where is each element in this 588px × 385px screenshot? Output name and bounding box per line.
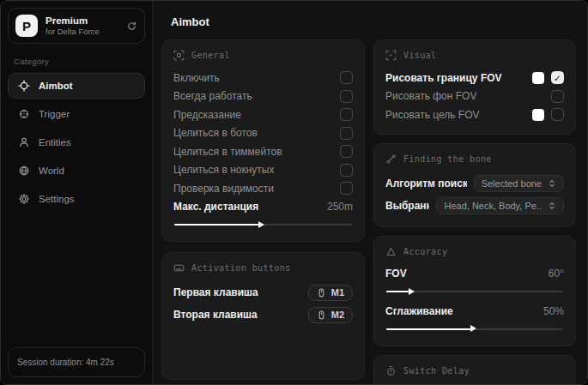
fov-value: 60° [549,268,564,280]
panel-title: Accuracy [403,247,447,256]
sidebar-item-label: Settings [39,194,75,204]
crosshair-icon [18,80,30,92]
setting-label: Включить [173,72,220,84]
visual-controls [532,108,564,121]
setting-label: Целиться в ботов [173,127,258,139]
color-swatch[interactable] [532,72,544,84]
panel-accuracy-header: Accuracy [385,246,564,257]
timer-icon [385,365,397,376]
checkbox[interactable] [340,182,353,195]
triangle-icon [385,246,397,257]
panel-accuracy: Accuracy FOV 60° Сглаживание 50% [373,236,576,346]
sidebar: P Premium for Delta Force Category Aimbo… [1,1,152,384]
panel-general: General Включить Всегда работать Предска… [161,39,365,242]
checkbox[interactable] [340,164,353,177]
chevron-up-down-icon [548,179,556,188]
session-duration: Session duration: 4m 22s [8,347,145,377]
bone-icon [385,153,397,165]
checkbox[interactable] [340,108,353,121]
panel-bone-header: Finding the bone [385,153,564,165]
setting-label: Всегда работать [173,90,252,102]
refresh-icon[interactable] [126,21,137,32]
bone-row-algorithm: Алгоритм поиска костей Selected bone [385,172,564,195]
bone-label: Алгоритм поиска костей [385,177,467,189]
checkbox[interactable] [340,145,353,158]
keybind-label: Первая клавиша [173,286,258,298]
select-value: Selected bone [482,178,542,189]
app-logo: P [15,15,38,37]
column-left: General Включить Всегда работать Предска… [161,39,365,384]
smoothing-value: 50% [543,305,564,317]
panel-visual-header: Visual [385,50,564,61]
panel-activation-buttons: Activation buttons Первая клавиша M1 [161,252,365,380]
sidebar-item-label: World [39,165,64,176]
keybind-value: M1 [331,287,344,298]
sidebar-item-label: Trigger [39,109,70,119]
keybind-row-secondary: Вторая клавиша M2 [173,304,353,326]
checkbox[interactable] [551,71,564,84]
bone-label: Выбранные кости [385,200,429,212]
panel-activation-header: Activation buttons [173,262,353,274]
checkbox[interactable] [340,90,353,103]
smoothing-row: Сглаживание 50% [385,302,564,321]
panel-title: Switch Delay [403,366,470,376]
brand-text: Premium for Delta Force [45,15,118,36]
sidebar-item-label: Entities [39,137,71,147]
sidebar-item-aimbot[interactable]: Aimbot [8,73,145,99]
checkbox[interactable] [551,108,564,121]
max-distance-value: 250m [327,201,353,213]
fov-slider[interactable] [386,291,563,292]
setting-row-prediction: Предсказание [173,105,353,124]
mouse-icon [317,310,326,320]
panel-switch-header: Switch Delay [385,365,564,376]
keybind-button-m2[interactable]: M2 [308,307,353,323]
select-value: Head, Neck, Body, Pe.. [444,201,542,211]
setting-row-always-work: Всегда работать [173,87,353,106]
sidebar-item-world[interactable]: World [8,158,145,183]
panel-switch-delay: Switch Delay Задержка переключения Задер… [373,355,576,385]
visual-row-fov-border: Рисовать границу FOV [385,69,564,87]
smoothing-slider[interactable] [386,328,563,330]
sidebar-item-settings[interactable]: Settings [8,186,145,212]
checkbox[interactable] [551,90,564,103]
panel-visual: Visual Рисовать границу FOV Рисовать фон… [373,39,576,135]
sidebar-nav: Aimbot Trigger Entities [8,73,145,212]
setting-label: Целиться в тиммейтов [173,146,282,158]
crosshair-box-icon [173,50,185,61]
smoothing-label: Сглаживание [385,305,453,317]
panel-general-header: General [173,50,353,61]
keyboard-icon [173,262,185,274]
max-distance-slider[interactable] [174,224,352,226]
trigger-icon [18,108,30,120]
setting-label: Целиться в нокнутых [173,164,274,176]
sidebar-item-label: Aimbot [39,81,73,91]
sidebar-item-trigger[interactable]: Trigger [8,101,145,127]
switch-delay-toggle-row: Задержка переключения [385,384,564,385]
fov-label: FOV [385,268,407,280]
chevron-up-down-icon [548,202,556,210]
keybind-button-m1[interactable]: M1 [308,285,353,301]
bone-algorithm-select[interactable]: Selected bone [474,175,564,192]
fov-row: FOV 60° [385,265,564,284]
brand-subtitle: for Delta Force [45,27,118,36]
visual-controls [551,90,564,103]
visual-label: Рисовать фон FOV [385,90,476,102]
checkbox[interactable] [340,127,353,140]
setting-row-visibility-check: Проверка видимости [173,179,353,198]
checkbox[interactable] [340,71,353,84]
keybind-label: Вторая клавиша [173,309,258,321]
sidebar-item-entities[interactable]: Entities [8,129,145,155]
setting-label: Предсказание [173,109,241,121]
selected-bones-select[interactable]: Head, Neck, Body, Pe.. [436,197,564,214]
color-swatch[interactable] [532,109,544,121]
slider-fill [386,291,409,292]
panel-title: Visual [403,51,437,60]
category-label: Category [14,57,139,66]
bone-row-selected: Выбранные кости Head, Neck, Body, Pe.. [385,195,564,217]
panel-title: General [191,51,230,60]
visual-controls [532,71,564,84]
panel-columns: General Включить Всегда работать Предска… [161,39,576,384]
max-distance-label: Макс. дистанция [173,201,258,213]
gear-icon [18,193,30,205]
visual-row-fov-background: Рисовать фон FOV [385,87,564,106]
